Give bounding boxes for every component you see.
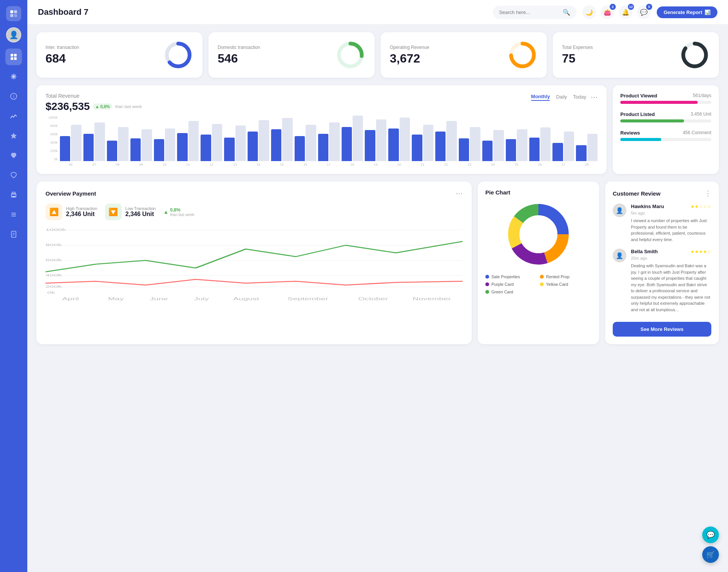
svg-text:November: November [413,297,451,301]
bell-btn[interactable]: 🔔 12 [619,5,632,19]
pie-legend: Sale Properties Rented Prop Purple Card … [485,274,592,294]
payment-title: Overview Payment [46,190,96,197]
bar-gray-18 [493,130,504,161]
sidebar-item-heart[interactable] [5,147,22,164]
bar-group-14 [388,118,410,161]
sidebar-item-settings[interactable] [5,68,22,85]
legend-label-yellow: Yellow Card [546,282,568,287]
y-axis-labels: 1000k 800k 600k 400k 200k 0k [46,116,60,161]
header: Dashboard 7 🔍 🌙 👛 2 🔔 12 💬 5 Generate Re… [27,0,728,25]
side-stat-value-3: 456 Comment [683,130,711,136]
svg-rect-3 [14,14,17,17]
stat-chart-1 [163,40,193,70]
tab-monthly[interactable]: Monthly [531,94,550,101]
bar-group-15 [412,125,433,161]
bar-x-label-22: 28 [576,163,598,166]
see-more-reviews-button[interactable]: See More Reviews [613,322,711,337]
search-box[interactable]: 🔍 [493,6,576,19]
legend-purple-card: Purple Card [485,282,537,287]
bar-blue-19 [506,139,516,161]
stat-label-1: Inter. transaction [46,45,79,50]
sidebar-item-info[interactable]: i [5,88,22,105]
payment-stat-info-high: High Transaction 2,346 Unit [66,206,97,218]
high-transaction-icon: 🔼 [46,204,62,220]
bar-blue-6 [201,135,211,161]
sidebar-item-print[interactable] [5,186,22,203]
tab-today[interactable]: Today [573,94,586,100]
bar-gray-9 [282,118,292,161]
support-float-btn[interactable]: 💬 [702,527,719,543]
sidebar-item-dashboard[interactable] [5,49,22,65]
bar-x-label-1: 07 [83,163,105,166]
search-input[interactable] [499,9,560,15]
svg-rect-13 [12,192,15,194]
revenue-sub: than last week [115,104,142,109]
sidebar-item-analytics[interactable] [5,108,22,124]
review-text-1: I viewed a number of properties with Jus… [631,218,711,243]
review-text-2: Dealing with Syamsudin and Bakri was a j… [631,263,711,313]
review-time-2: 20m ago [631,256,647,260]
generate-report-button[interactable]: Generate Report 📊 [657,6,717,18]
payment-badge-value: 0,8% [170,207,195,213]
svg-text:i: i [13,94,14,99]
bar-gray-7 [235,125,246,161]
y-label-5: 200k [46,149,58,153]
sidebar: 👤 i [0,0,27,572]
review-item-2: 👤 Bella Smith ★★★★☆ 20m ago Dealing with… [613,249,711,313]
bar-blue-11 [318,134,328,161]
review-name-1: Hawkins Maru [631,204,664,209]
cart-float-btn[interactable]: 🛒 [702,546,719,563]
tab-daily[interactable]: Daily [556,94,567,100]
bar-chart-area: 0607080910111213141516171819202122232425… [60,116,598,166]
bar-group-13 [365,119,386,161]
review-avatar-1: 👤 [613,204,626,217]
bar-blue-0 [60,136,70,161]
generate-report-label: Generate Report [664,9,702,15]
svg-marker-11 [11,133,17,139]
wallet-btn[interactable]: 👛 2 [601,5,614,19]
avatar[interactable]: 👤 [6,27,21,42]
middle-row: Total Revenue $236,535 ▲ 0,8% than last … [36,85,719,174]
bar-blue-13 [365,130,375,161]
bar-group-0 [60,125,82,161]
stat-label-2: Domestic transaction [218,45,260,50]
low-transaction-label: Low Transaction [126,206,156,211]
sidebar-item-docs[interactable] [5,226,22,243]
side-stat-value-2: 3,456 Unit [690,111,711,117]
bell-badge: 12 [628,4,634,10]
svg-text:May: May [108,297,124,301]
line-chart-svg: April May June July August September Oct… [46,226,463,302]
bar-group-21 [552,132,574,161]
bar-gray-20 [540,127,551,161]
bar-blue-14 [388,129,399,161]
bar-group-18 [482,130,504,161]
bar-blue-1 [83,134,94,161]
high-transaction-label: High Transaction [66,206,97,211]
review-stars-2: ★★★★☆ [690,249,711,254]
reviews-more-btn[interactable]: ⋮ [704,189,711,197]
bar-blue-18 [482,141,493,161]
revenue-more-btn[interactable]: ⋯ [591,93,598,101]
reviews-card: Customer Review ⋮ 👤 Hawkins Maru ★★☆☆☆ 5… [605,182,719,344]
review-stars-1: ★★☆☆☆ [690,204,711,209]
revenue-card: Total Revenue $236,535 ▲ 0,8% than last … [36,85,607,174]
svg-text:August: August [233,297,259,301]
theme-toggle-btn[interactable]: 🌙 [582,5,596,19]
bar-group-20 [529,127,551,161]
payment-stat-low: 🔽 Low Transaction 2,346 Unit [105,204,156,220]
stat-card-inter-transaction: Inter. transaction 684 [36,32,202,78]
sidebar-item-list[interactable] [5,206,22,223]
payment-more-btn[interactable]: ⋯ [456,189,463,197]
bar-gray-19 [517,129,527,161]
stat-value-4: 75 [562,52,593,66]
legend-dot-yellow [540,282,544,286]
sidebar-item-heart2[interactable] [5,167,22,183]
bar-blue-20 [529,138,540,161]
sidebar-item-star[interactable] [5,127,22,144]
chat-btn[interactable]: 💬 5 [637,5,651,19]
payment-badge-info: 0,8% than last week [170,207,195,217]
bar-gray-17 [470,127,480,161]
payment-badge-area: ▲ 0,8% than last week [163,204,195,220]
bar-gray-13 [376,119,386,161]
bar-blue-7 [224,138,234,161]
